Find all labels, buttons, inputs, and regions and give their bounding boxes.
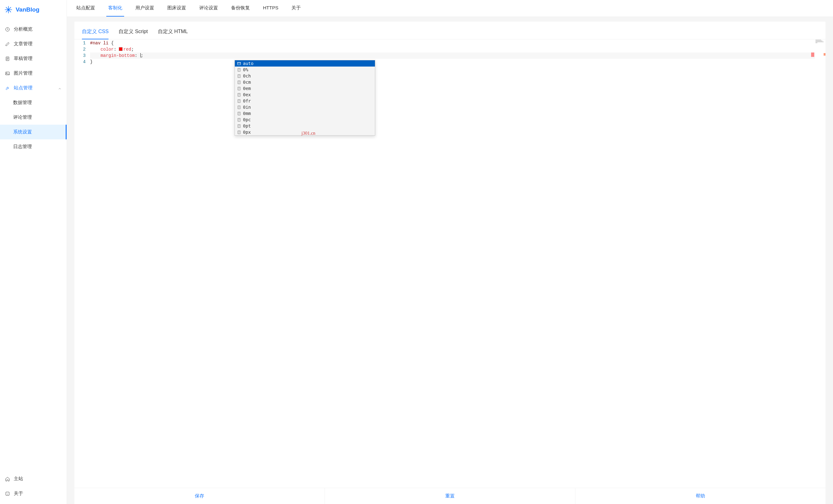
color-swatch-icon: [119, 47, 123, 51]
sidebar-group-label: 站点管理: [14, 85, 32, 91]
autocomplete-item[interactable]: 0pc: [235, 117, 375, 123]
css-value: red: [123, 47, 131, 52]
autocomplete-item[interactable]: 0fr: [235, 98, 375, 104]
minimap-error-marker: [824, 53, 826, 56]
value-icon: [237, 130, 241, 134]
brand-name: VanBlog: [16, 6, 40, 13]
sidebar-item-label: 数据管理: [13, 100, 32, 106]
value-icon: [237, 93, 241, 97]
save-button[interactable]: 保存: [74, 488, 325, 504]
css-selector: #nav li: [90, 41, 111, 46]
sidebar-item-label: 关于: [14, 490, 23, 497]
sidebar-group-site[interactable]: 站点管理: [0, 81, 67, 95]
value-icon: [237, 74, 241, 78]
sidebar-item-logs[interactable]: 日志管理: [0, 140, 67, 154]
value-icon: [237, 86, 241, 91]
clock-icon: [5, 27, 10, 32]
css-brace: {: [111, 41, 114, 46]
value-icon: [237, 118, 241, 122]
sidebar-item-analytics[interactable]: 分析概览: [0, 22, 67, 36]
sidebar-item-label: 系统设置: [13, 129, 32, 135]
main-content: 站点配置 客制化 用户设置 图床设置 评论设置 备份恢复 HTTPS 关于 自定…: [67, 0, 833, 504]
sub-tabs: 自定义 CSS 自定义 Script 自定义 HTML: [74, 22, 826, 40]
top-tabs: 站点配置 客制化 用户设置 图床设置 评论设置 备份恢复 HTTPS 关于: [67, 0, 833, 17]
editor-gutter: 1 2 3 4: [74, 40, 90, 485]
tab-about[interactable]: 关于: [289, 0, 303, 17]
line-number: 4: [74, 59, 86, 65]
image-icon: [5, 71, 10, 76]
autocomplete-item[interactable]: 0in: [235, 104, 375, 110]
tab-site-config[interactable]: 站点配置: [74, 0, 97, 17]
editor-content[interactable]: #nav li { color: red; margin-bottom: ; }…: [90, 40, 826, 485]
help-button[interactable]: 帮助: [575, 488, 826, 504]
file-icon: [5, 56, 10, 61]
sidebar-item-label: 文章管理: [14, 41, 32, 47]
tab-backup[interactable]: 备份恢复: [229, 0, 252, 17]
value-icon: [237, 99, 241, 103]
sidebar-item-mainsite[interactable]: 主站: [0, 472, 67, 486]
sidebar-item-label: 评论管理: [13, 115, 32, 120]
subtab-custom-script[interactable]: 自定义 Script: [119, 27, 148, 40]
tab-image-bed[interactable]: 图床设置: [165, 0, 188, 17]
tab-https[interactable]: HTTPS: [261, 0, 280, 17]
css-property: color: [101, 47, 114, 52]
autocomplete-item[interactable]: 0em: [235, 85, 375, 92]
autocomplete-item[interactable]: 0%: [235, 67, 375, 73]
chevron-up-icon: [58, 86, 62, 90]
tab-customize[interactable]: 客制化: [106, 0, 124, 17]
tab-user-settings[interactable]: 用户设置: [134, 0, 156, 17]
home-icon: [5, 477, 10, 481]
line-number: 1: [74, 40, 86, 46]
subtab-custom-html[interactable]: 自定义 HTML: [158, 27, 188, 40]
logo-icon: [4, 6, 13, 14]
code-editor[interactable]: 1 2 3 4 #nav li { color: red; margin-bot…: [74, 40, 826, 485]
editor-error-indicator: [811, 52, 814, 57]
sidebar-item-label: 草稿管理: [14, 56, 32, 61]
content-card: 自定义 CSS 自定义 Script 自定义 HTML 1 2 3 4 #nav…: [74, 22, 826, 504]
tab-comment-settings[interactable]: 评论设置: [197, 0, 220, 17]
value-icon: [237, 68, 241, 72]
editor-minimap[interactable]: [815, 40, 826, 485]
info-icon: [5, 491, 10, 496]
svg-point-0: [7, 9, 9, 10]
sidebar-item-comments[interactable]: 评论管理: [0, 110, 67, 125]
line-number: 3: [74, 52, 86, 59]
sidebar-bottom: 主站 关于: [0, 472, 67, 504]
sidebar: VanBlog 分析概览 文章管理 草稿管理 图片管理: [0, 0, 67, 504]
autocomplete-item[interactable]: 0mm: [235, 110, 375, 117]
sidebar-item-images[interactable]: 图片管理: [0, 66, 67, 81]
wrench-icon: [5, 85, 10, 91]
line-number: 2: [74, 46, 86, 52]
sidebar-item-system-settings[interactable]: 系统设置: [0, 125, 67, 140]
css-brace: }: [90, 59, 93, 65]
value-icon: [237, 124, 241, 128]
sidebar-item-about[interactable]: 关于: [0, 486, 67, 501]
keyword-icon: [237, 61, 241, 66]
sidebar-item-label: 日志管理: [13, 144, 32, 150]
value-icon: [237, 105, 241, 109]
css-property: margin-bottom: [101, 53, 135, 58]
autocomplete-item[interactable]: 0ch: [235, 73, 375, 79]
autocomplete-item[interactable]: 0cm: [235, 79, 375, 85]
brand-logo[interactable]: VanBlog: [0, 0, 67, 19]
sidebar-item-label: 分析概览: [14, 26, 32, 32]
autocomplete-item[interactable]: 0pt: [235, 123, 375, 129]
sidebar-item-label: 主站: [14, 476, 23, 482]
sidebar-item-label: 图片管理: [14, 70, 32, 76]
sidebar-item-data[interactable]: 数据管理: [0, 95, 67, 110]
sidebar-nav: 分析概览 文章管理 草稿管理 图片管理 站点管理: [0, 19, 67, 472]
sidebar-item-drafts[interactable]: 草稿管理: [0, 51, 67, 66]
autocomplete-popup[interactable]: auto 0% 0ch 0cm 0em 0ex 0fr 0in 0mm 0pc …: [235, 60, 375, 135]
edit-icon: [5, 42, 10, 47]
value-icon: [237, 80, 241, 84]
action-bar: 保存 重置 帮助: [74, 488, 826, 504]
value-icon: [237, 111, 241, 116]
autocomplete-item[interactable]: auto: [235, 60, 375, 67]
sidebar-item-articles[interactable]: 文章管理: [0, 36, 67, 51]
reset-button[interactable]: 重置: [325, 488, 575, 504]
subtab-custom-css[interactable]: 自定义 CSS: [82, 27, 109, 40]
svg-rect-6: [237, 62, 240, 65]
autocomplete-item[interactable]: 0px: [235, 129, 375, 135]
autocomplete-item[interactable]: 0ex: [235, 92, 375, 98]
svg-rect-7: [237, 62, 240, 63]
